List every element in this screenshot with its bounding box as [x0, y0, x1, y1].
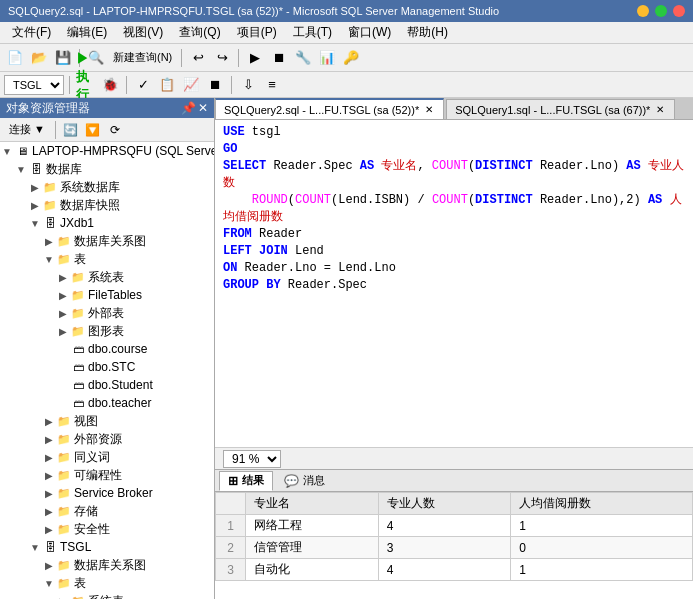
btn5[interactable]: 🔑	[340, 47, 362, 69]
tree-toggle-13	[56, 378, 70, 392]
tree-node-19[interactable]: ▶📁Service Broker	[0, 484, 214, 502]
undo-btn[interactable]: ↩	[187, 47, 209, 69]
tree-toggle-1[interactable]: ▼	[14, 162, 28, 176]
tree-node-6[interactable]: ▼📁表	[0, 250, 214, 268]
open-btn[interactable]: 📂	[28, 47, 50, 69]
tree-node-1[interactable]: ▼🗄数据库	[0, 160, 214, 178]
close-button[interactable]	[673, 5, 685, 17]
tree-node-8[interactable]: ▶📁FileTables	[0, 286, 214, 304]
tree-toggle-8[interactable]: ▶	[56, 288, 70, 302]
tab-1-close[interactable]: ✕	[423, 104, 435, 116]
tree-node-20[interactable]: ▶📁存储	[0, 502, 214, 520]
explorer-close-icon[interactable]: ✕	[198, 101, 208, 115]
cancel-btn[interactable]: ⏹	[204, 74, 226, 96]
minimize-button[interactable]	[637, 5, 649, 17]
tree-node-11[interactable]: 🗃dbo.course	[0, 340, 214, 358]
tree-toggle-3[interactable]: ▶	[28, 198, 42, 212]
tree-node-4[interactable]: ▼🗄JXdb1	[0, 214, 214, 232]
tree-toggle-20[interactable]: ▶	[42, 504, 56, 518]
menu-query[interactable]: 查询(Q)	[171, 22, 228, 43]
debug-btn[interactable]: 🐞	[99, 74, 121, 96]
tree-toggle-2[interactable]: ▶	[28, 180, 42, 194]
tree-toggle-0[interactable]: ▼	[0, 144, 14, 158]
tree-node-14[interactable]: 🗃dbo.teacher	[0, 394, 214, 412]
editor-tab-1[interactable]: SQLQuery2.sql - L...FU.TSGL (sa (52))* ✕	[215, 98, 444, 119]
redo-btn[interactable]: ↪	[211, 47, 233, 69]
tree-toggle-24[interactable]: ▼	[42, 576, 56, 590]
new-query-btn[interactable]: 📄	[4, 47, 26, 69]
tree-node-10[interactable]: ▶📁图形表	[0, 322, 214, 340]
menu-window[interactable]: 窗口(W)	[340, 22, 399, 43]
maximize-button[interactable]	[655, 5, 667, 17]
save-btn[interactable]: 💾	[52, 47, 74, 69]
btn3[interactable]: 🔧	[292, 47, 314, 69]
tree-toggle-21[interactable]: ▶	[42, 522, 56, 536]
tree-node-13[interactable]: 🗃dbo.Student	[0, 376, 214, 394]
results-tab-messages[interactable]: 💬 消息	[275, 471, 334, 491]
tree-toggle-9[interactable]: ▶	[56, 306, 70, 320]
btn4[interactable]: 📊	[316, 47, 338, 69]
tree-toggle-16[interactable]: ▶	[42, 432, 56, 446]
menu-edit[interactable]: 编辑(E)	[59, 22, 115, 43]
tree-node-0[interactable]: ▼🖥LAPTOP-HMPRSQFU (SQL Server	[0, 142, 214, 160]
tree-node-12[interactable]: 🗃dbo.STC	[0, 358, 214, 376]
tree-toggle-15[interactable]: ▶	[42, 414, 56, 428]
client-stats-btn[interactable]: 📈	[180, 74, 202, 96]
tree-node-18[interactable]: ▶📁可编程性	[0, 466, 214, 484]
object-explorer-panel: 对象资源管理器 📌 ✕ 连接 ▼ 🔄 🔽 ⟳ ▼🖥LAPTOP-HMPRSQFU…	[0, 98, 215, 599]
tree-toggle-17[interactable]: ▶	[42, 450, 56, 464]
pin-icon[interactable]: 📌	[181, 101, 196, 115]
tree-toggle-23[interactable]: ▶	[42, 558, 56, 572]
tab-2-close[interactable]: ✕	[654, 104, 666, 116]
tree-node-25[interactable]: ▶📁系统表	[0, 592, 214, 599]
menu-project[interactable]: 项目(P)	[229, 22, 285, 43]
sync-btn[interactable]: ⟳	[105, 121, 125, 139]
menu-view[interactable]: 视图(V)	[115, 22, 171, 43]
btn2[interactable]: ⏹	[268, 47, 290, 69]
menu-help[interactable]: 帮助(H)	[399, 22, 456, 43]
menu-tools[interactable]: 工具(T)	[285, 22, 340, 43]
table-row[interactable]: 3自动化41	[216, 559, 693, 581]
tree-toggle-19[interactable]: ▶	[42, 486, 56, 500]
tree-node-17[interactable]: ▶📁同义词	[0, 448, 214, 466]
new-query-label[interactable]: 新建查询(N)	[109, 50, 176, 65]
tree-toggle-25[interactable]: ▶	[56, 594, 70, 599]
results-to-btn[interactable]: ⇩	[237, 74, 259, 96]
tree-node-16[interactable]: ▶📁外部资源	[0, 430, 214, 448]
btn1[interactable]: ▶	[244, 47, 266, 69]
more-btn[interactable]: ≡	[261, 74, 283, 96]
tree-node-7[interactable]: ▶📁系统表	[0, 268, 214, 286]
table-row[interactable]: 1网络工程41	[216, 515, 693, 537]
tree-node-21[interactable]: ▶📁安全性	[0, 520, 214, 538]
include-actual-plan-btn[interactable]: 📋	[156, 74, 178, 96]
tree-node-5[interactable]: ▶📁数据库关系图	[0, 232, 214, 250]
zoom-select[interactable]: 91 %	[223, 450, 281, 468]
tree-toggle-10[interactable]: ▶	[56, 324, 70, 338]
execute-btn[interactable]: ▶ 执行(X)	[75, 74, 97, 96]
tree-node-2[interactable]: ▶📁系统数据库	[0, 178, 214, 196]
tree-node-24[interactable]: ▼📁表	[0, 574, 214, 592]
tree-toggle-7[interactable]: ▶	[56, 270, 70, 284]
editor-tab-2[interactable]: SQLQuery1.sql - L...FU.TSGL (sa (67))* ✕	[446, 99, 675, 119]
parse-btn[interactable]: ✓	[132, 74, 154, 96]
menu-file[interactable]: 文件(F)	[4, 22, 59, 43]
refresh-btn[interactable]: 🔄	[61, 121, 81, 139]
tree-toggle-6[interactable]: ▼	[42, 252, 56, 266]
tree-node-23[interactable]: ▶📁数据库关系图	[0, 556, 214, 574]
tree-toggle-5[interactable]: ▶	[42, 234, 56, 248]
tree-toggle-18[interactable]: ▶	[42, 468, 56, 482]
tree-node-3[interactable]: ▶📁数据库快照	[0, 196, 214, 214]
tree-node-15[interactable]: ▶📁视图	[0, 412, 214, 430]
tree-node-22[interactable]: ▼🗄TSGL	[0, 538, 214, 556]
connect-btn[interactable]: 连接 ▼	[4, 121, 50, 139]
results-tab-grid[interactable]: ⊞ 结果	[219, 471, 273, 491]
tree-node-9[interactable]: ▶📁外部表	[0, 304, 214, 322]
code-editor[interactable]: USE tsgl GO SELECT Reader.Spec AS 专业名, C…	[215, 120, 693, 447]
tree-toggle-4[interactable]: ▼	[28, 216, 42, 230]
database-combo[interactable]: TSGL	[4, 75, 64, 95]
tree-icon-9: 📁	[70, 305, 86, 321]
filter-btn[interactable]: 🔽	[83, 121, 103, 139]
editor-tab-bar: SQLQuery2.sql - L...FU.TSGL (sa (52))* ✕…	[215, 98, 693, 120]
tree-toggle-22[interactable]: ▼	[28, 540, 42, 554]
table-row[interactable]: 2信管管理30	[216, 537, 693, 559]
